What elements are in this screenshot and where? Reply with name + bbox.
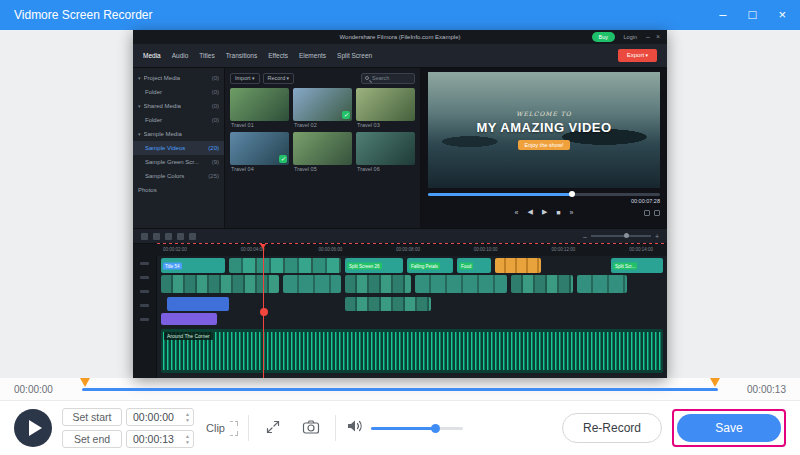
tab-elements[interactable]: Elements	[299, 52, 326, 59]
timeline-playhead[interactable]	[263, 244, 264, 378]
login-link[interactable]: Login	[624, 30, 637, 44]
maximize-button[interactable]: □	[749, 0, 757, 30]
screenshot-button[interactable]	[297, 414, 325, 442]
sidebar-item-shared-media[interactable]: Shared Media(0)	[133, 99, 224, 113]
tab-split-screen[interactable]: Split Screen	[337, 52, 372, 59]
step-up-icon[interactable]	[185, 412, 190, 417]
filmora-minimize-icon[interactable]	[646, 30, 650, 44]
timeline-clip[interactable]	[577, 275, 627, 293]
timeline-clip[interactable]	[495, 258, 541, 273]
set-end-button[interactable]: Set end	[62, 430, 122, 448]
trim-end-marker[interactable]	[710, 378, 720, 387]
speaker-icon[interactable]	[346, 418, 364, 438]
timeline-ruler[interactable]: 00:00:02:00 00:00:04:00 00:00:06:00 00:0…	[133, 244, 667, 256]
play-icon[interactable]	[542, 208, 547, 216]
play-button[interactable]	[14, 409, 52, 447]
zoom-slider-handle[interactable]	[624, 233, 629, 238]
timeline-clip[interactable]: Split Scr...	[611, 258, 663, 273]
record-button[interactable]: Record	[263, 73, 295, 84]
timeline-clip[interactable]: Food	[457, 258, 491, 273]
clip-label: Food	[459, 262, 473, 269]
undo-icon[interactable]	[141, 233, 148, 240]
skip-forward-icon[interactable]	[570, 209, 574, 216]
redo-icon[interactable]	[153, 233, 160, 240]
sidebar-item-folder-2[interactable]: Folder(0)	[133, 113, 224, 127]
save-highlight-box: Save	[672, 409, 786, 447]
zoom-slider[interactable]	[591, 235, 651, 237]
video-thumbnail[interactable]	[293, 132, 352, 165]
bottom-panel: 00:00:00 00:00:13 Set start 00:00:00 Set…	[0, 378, 800, 455]
skip-back-icon[interactable]	[515, 209, 519, 216]
filmora-close-icon[interactable]	[656, 30, 660, 44]
clip-mode-control[interactable]: Clip	[206, 421, 238, 436]
video-thumbnail[interactable]	[356, 132, 415, 165]
timeline-clip[interactable]	[229, 258, 341, 273]
time-stepper[interactable]	[185, 412, 190, 423]
scissors-icon[interactable]	[165, 233, 172, 240]
sidebar-item-project-media[interactable]: Project Media(0)	[133, 71, 224, 85]
snapshot-icon[interactable]	[644, 210, 650, 216]
sidebar-item-sample-colors[interactable]: Sample Colors(25)	[133, 169, 224, 183]
timeline-clip[interactable]	[415, 275, 507, 293]
seekbar-handle[interactable]	[569, 191, 575, 197]
timeline-clip[interactable]	[283, 275, 341, 293]
sidebar-item-photos[interactable]: Photos	[133, 183, 224, 197]
tab-effects[interactable]: Effects	[268, 52, 288, 59]
export-button[interactable]: Export	[618, 49, 657, 62]
tab-audio[interactable]: Audio	[172, 52, 189, 59]
end-time-value: 00:00:13	[133, 433, 174, 445]
step-down-icon[interactable]	[185, 440, 190, 445]
timeline-clip[interactable]: Falling Petals	[407, 258, 453, 273]
minimize-button[interactable]: –	[719, 0, 726, 30]
scrubber-track[interactable]	[82, 388, 718, 391]
buy-button[interactable]: Buy	[592, 32, 615, 42]
timeline-clip[interactable]: Title 54	[161, 258, 225, 273]
preview-seekbar[interactable]	[428, 193, 660, 196]
sidebar-item-sample-media[interactable]: Sample Media	[133, 127, 224, 141]
search-input[interactable]: Search	[361, 73, 415, 84]
video-thumbnail[interactable]	[293, 88, 352, 121]
thumbnail-label: Travel 06	[356, 165, 415, 174]
tab-titles[interactable]: Titles	[199, 52, 214, 59]
sidebar-item-sample-videos[interactable]: Sample Videos(20)	[133, 141, 224, 155]
fullscreen-button[interactable]	[259, 414, 287, 442]
video-thumbnail[interactable]	[356, 88, 415, 121]
delete-icon[interactable]	[189, 233, 196, 240]
divider	[335, 415, 336, 441]
save-button[interactable]: Save	[677, 414, 781, 442]
timeline-clip[interactable]: Split Screen 26	[345, 258, 403, 273]
crop-icon[interactable]	[177, 233, 184, 240]
timeline-clip[interactable]	[345, 297, 431, 311]
import-button[interactable]: Import	[230, 73, 260, 84]
re-record-button[interactable]: Re-Record	[562, 413, 662, 443]
zoom-in-icon[interactable]	[655, 233, 659, 240]
trim-start-marker[interactable]	[80, 378, 90, 387]
time-stepper[interactable]	[185, 434, 190, 445]
video-thumbnail[interactable]	[230, 132, 289, 165]
sidebar-item-folder[interactable]: Folder(0)	[133, 85, 224, 99]
start-time-field[interactable]: 00:00:00	[126, 408, 194, 426]
set-start-button[interactable]: Set start	[62, 408, 122, 426]
audio-track-clip[interactable]: Around The Corner	[161, 329, 663, 373]
timeline-clip[interactable]	[161, 313, 217, 325]
timeline-clip[interactable]	[511, 275, 573, 293]
step-up-icon[interactable]	[185, 434, 190, 439]
clip-label: Split Scr...	[613, 262, 637, 269]
fullscreen-icon[interactable]	[654, 210, 660, 216]
tab-media[interactable]: Media	[143, 52, 161, 59]
end-time-field[interactable]: 00:00:13	[126, 430, 194, 448]
volume-handle[interactable]	[431, 424, 440, 433]
timeline-clip[interactable]	[161, 275, 279, 293]
sidebar-item-sample-green-screen[interactable]: Sample Green Scr...(9)	[133, 155, 224, 169]
volume-slider[interactable]	[371, 427, 463, 430]
close-button[interactable]: ×	[778, 0, 786, 30]
tab-transitions[interactable]: Transitions	[226, 52, 258, 59]
thumbnail-label: Travel 02	[293, 121, 352, 130]
prev-frame-icon[interactable]	[527, 208, 532, 216]
timeline-clip[interactable]	[167, 297, 229, 311]
video-thumbnail[interactable]	[230, 88, 289, 121]
stop-icon[interactable]	[556, 209, 560, 216]
timeline-clip[interactable]	[345, 275, 411, 293]
zoom-out-icon[interactable]	[583, 233, 587, 240]
step-down-icon[interactable]	[185, 418, 190, 423]
